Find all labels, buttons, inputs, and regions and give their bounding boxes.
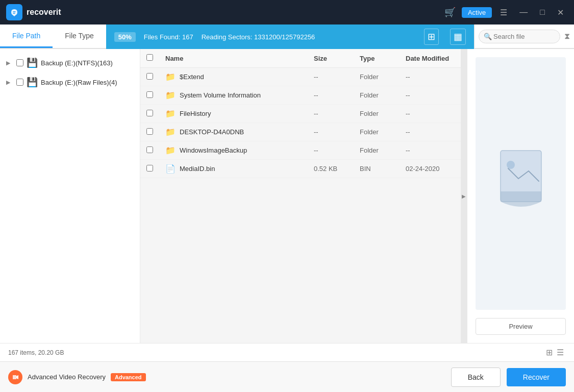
expand-arrow-ntfs[interactable]: ▶ <box>6 60 13 66</box>
back-button[interactable]: Back <box>451 368 501 387</box>
sidebar: ▶ 💾 Backup (E:)(NTFS)(163) ▶ 💾 Backup (E… <box>0 49 140 343</box>
svg-point-2 <box>507 161 515 169</box>
file-size: -- <box>308 68 354 86</box>
sidebar-item-ntfs[interactable]: ▶ 💾 Backup (E:)(NTFS)(163) <box>0 53 140 72</box>
file-date: -- <box>400 141 461 160</box>
menu-button[interactable]: ☰ <box>496 6 511 19</box>
col-checkbox <box>140 49 159 68</box>
file-name: FileHistory <box>180 110 211 117</box>
col-date[interactable]: Date Modified <box>400 49 461 68</box>
search-section: 🔍 ⧗ <box>474 24 574 48</box>
folder-icon: 📁 <box>165 145 176 155</box>
file-rows: 📁$Extend--Folder--📁System Volume Informa… <box>140 68 461 178</box>
search-icon: 🔍 <box>484 33 492 40</box>
folder-icon: 📁 <box>165 72 176 82</box>
file-type: Folder <box>354 86 400 105</box>
file-date: -- <box>400 68 461 86</box>
file-name: $Extend <box>180 73 204 81</box>
col-size[interactable]: Size <box>308 49 354 68</box>
file-name-cell: 📁WindowsImageBackup <box>165 145 302 155</box>
reading-sectors-label: Reading Sectors: 1331200/125792256 <box>202 33 315 41</box>
row-checkbox[interactable] <box>146 165 153 172</box>
file-icon: 📄 <box>165 164 176 174</box>
file-name: MediaID.bin <box>180 165 215 173</box>
col-name[interactable]: Name <box>159 49 308 68</box>
table-header-row: Name Size Type Date Modified <box>140 49 461 68</box>
preview-button[interactable]: Preview <box>476 318 566 335</box>
file-size: -- <box>308 141 354 160</box>
grid-view-mode-button[interactable]: ⊞ <box>544 347 555 358</box>
close-button[interactable]: ✕ <box>553 6 568 19</box>
tab-section: File Path File Type <box>0 24 106 48</box>
file-name-cell: 📁DESKTOP-D4A0DNB <box>165 127 302 137</box>
drive-icon-ntfs: 💾 <box>27 57 38 68</box>
file-type: Folder <box>354 105 400 123</box>
titlebar: recoverit 🛒 Active ☰ — □ ✕ <box>0 0 574 24</box>
sidebar-checkbox-ntfs[interactable] <box>16 59 23 66</box>
folder-icon: 📁 <box>165 109 176 118</box>
tab-file-type[interactable]: File Type <box>53 24 106 48</box>
sidebar-item-raw[interactable]: ▶ 💾 Backup (E:)(Raw Files)(4) <box>0 72 140 92</box>
preview-placeholder <box>490 145 552 222</box>
sidebar-label-ntfs: Backup (E:)(NTFS)(163) <box>41 59 134 67</box>
progress-percent: 50% <box>114 32 136 42</box>
file-name: DESKTOP-D4A0DNB <box>180 128 244 136</box>
row-checkbox[interactable] <box>146 73 153 80</box>
file-date: -- <box>400 105 461 123</box>
preview-panel: Preview <box>467 49 574 343</box>
minimize-button[interactable]: — <box>515 6 532 19</box>
table-row[interactable]: 📁FileHistory--Folder-- <box>140 105 461 123</box>
bottombar: Advanced Video Recovery Advanced Back Re… <box>0 361 574 392</box>
cart-button[interactable]: 🛒 <box>442 5 458 20</box>
table-row[interactable]: 📁$Extend--Folder-- <box>140 68 461 86</box>
file-date: 02-24-2020 <box>400 160 461 178</box>
grid-view-button[interactable]: ⊞ <box>424 29 439 45</box>
file-size: -- <box>308 86 354 105</box>
file-name: WindowsImageBackup <box>180 146 247 154</box>
file-type: Folder <box>354 68 400 86</box>
main-content: ▶ 💾 Backup (E:)(NTFS)(163) ▶ 💾 Backup (E… <box>0 49 574 343</box>
advanced-badge: Advanced <box>111 373 146 381</box>
file-name: System Volume Information <box>180 91 261 99</box>
select-all-checkbox[interactable] <box>146 54 153 61</box>
preview-image-area <box>476 57 566 310</box>
row-checkbox[interactable] <box>146 110 153 116</box>
sidebar-checkbox-raw[interactable] <box>16 79 23 86</box>
list-view-mode-button[interactable]: ☰ <box>555 347 566 358</box>
expand-arrow-raw[interactable]: ▶ <box>6 79 13 86</box>
statusbar: 167 items, 20.20 GB ⊞ ☰ <box>0 343 574 361</box>
header-row: File Path File Type 50% Files Found: 167… <box>0 24 574 49</box>
advanced-video-label: Advanced Video Recovery <box>28 373 106 381</box>
app-name: recoverit <box>27 8 61 17</box>
files-table: Name Size Type Date Modified 📁$Extend--F… <box>140 49 461 178</box>
detail-view-button[interactable]: ▦ <box>450 29 466 45</box>
table-row[interactable]: 📁DESKTOP-D4A0DNB--Folder-- <box>140 123 461 141</box>
advanced-video-icon <box>8 370 22 384</box>
table-row[interactable]: 📄MediaID.bin0.52 KBBIN02-24-2020 <box>140 160 461 178</box>
files-found-label: Files Found: 167 <box>144 33 193 41</box>
file-size: 0.52 KB <box>308 160 354 178</box>
table-row[interactable]: 📁WindowsImageBackup--Folder-- <box>140 141 461 160</box>
drive-icon-raw: 💾 <box>27 77 38 88</box>
file-size: -- <box>308 123 354 141</box>
tab-file-path[interactable]: File Path <box>0 24 53 48</box>
maximize-button[interactable]: □ <box>536 6 549 19</box>
progress-section: 50% Files Found: 167 Reading Sectors: 13… <box>106 24 474 49</box>
row-checkbox[interactable] <box>146 146 153 153</box>
recover-button[interactable]: Recover <box>507 368 566 386</box>
filter-button[interactable]: ⧗ <box>564 32 570 41</box>
advanced-video-section: Advanced Video Recovery Advanced <box>8 370 451 384</box>
row-checkbox[interactable] <box>146 128 153 135</box>
folder-icon: 📁 <box>165 90 176 100</box>
collapse-handle[interactable]: ▶ <box>461 49 467 343</box>
file-table: Name Size Type Date Modified 📁$Extend--F… <box>140 49 461 343</box>
file-name-cell: 📄MediaID.bin <box>165 164 302 174</box>
app-logo: recoverit <box>6 4 61 20</box>
col-type[interactable]: Type <box>354 49 400 68</box>
row-checkbox[interactable] <box>146 91 153 98</box>
file-size: -- <box>308 105 354 123</box>
file-name-cell: 📁$Extend <box>165 72 302 82</box>
file-name-cell: 📁FileHistory <box>165 109 302 118</box>
table-row[interactable]: 📁System Volume Information--Folder-- <box>140 86 461 105</box>
file-panel: Name Size Type Date Modified 📁$Extend--F… <box>140 49 461 343</box>
